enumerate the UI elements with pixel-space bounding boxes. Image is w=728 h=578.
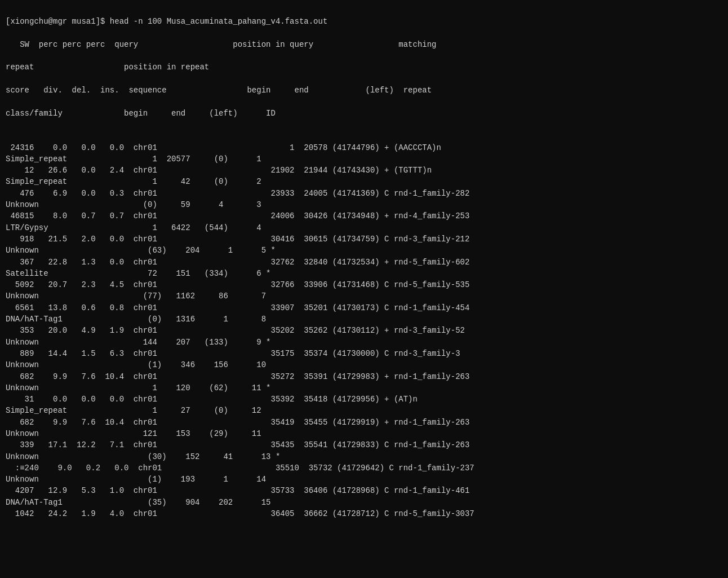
terminal-line: Unknown (30) 152 41 13 *	[6, 452, 280, 461]
terminal-line: 476 6.9 0.0 0.3 chr01 23933 24005 (41741…	[6, 189, 469, 198]
terminal-line: Unknown 121 153 (29) 11	[6, 429, 261, 438]
terminal-line: 12 26.6 0.0 2.4 chr01 21902 21944 (41743…	[6, 166, 432, 175]
terminal-line: Unknown (1) 346 156 10	[6, 360, 266, 369]
terminal-line: DNA/hAT-Tag1 (0) 1316 1 8	[6, 315, 266, 324]
terminal-line: LTR/Gypsy 1 6422 (544) 4	[6, 223, 261, 232]
terminal-line: Unknown 1 120 (62) 11 *	[6, 383, 270, 392]
terminal-line: 24316 0.0 0.0 0.0 chr01 1 20578 (4174479…	[6, 143, 441, 152]
terminal-window: [xiongchu@mgr musa1]$ head -n 100 Musa_a…	[6, 5, 722, 531]
terminal-line: Unknown (1) 193 1 14	[6, 475, 266, 484]
terminal-line: 5092 20.7 2.3 4.5 chr01 32766 33906 (417…	[6, 280, 469, 289]
terminal-line: Unknown (63) 204 1 5 *	[6, 246, 276, 255]
terminal-header3: score div. del. ins. sequence begin end …	[6, 86, 432, 95]
terminal-line: 918 21.5 2.0 0.0 chr01 30416 30615 (4173…	[6, 235, 469, 244]
terminal-header2: repeat position in repeat	[6, 63, 209, 72]
terminal-line: Unknown 144 207 (133) 9 *	[6, 338, 270, 347]
terminal-line: Unknown (0) 59 4 3	[6, 200, 261, 209]
terminal-line: 367 22.8 1.3 0.0 chr01 32762 32840 (4173…	[6, 258, 469, 267]
terminal-prompt: [xiongchu@mgr musa1]$ head -n 100 Musa_a…	[6, 17, 327, 26]
terminal-header1: SW perc perc perc query position in quer…	[6, 40, 437, 49]
terminal-line: Satellite 72 151 (334) 6 *	[6, 269, 270, 278]
terminal-line: :≡240 9.0 0.2 0.0 chr01 35510 35732 (417…	[6, 464, 474, 473]
terminal-line: 889 14.4 1.5 6.3 chr01 35175 35374 (4173…	[6, 349, 460, 358]
terminal-line: Simple_repeat 1 20577 (0) 1	[6, 155, 261, 164]
terminal-line: 6561 13.8 0.6 0.8 chr01 33907 35201 (417…	[6, 303, 469, 312]
terminal-line: 353 20.0 4.9 1.9 chr01 35202 35262 (4173…	[6, 326, 465, 335]
terminal-line: 682 9.9 7.6 10.4 chr01 35272 35391 (4172…	[6, 372, 469, 381]
terminal-output: 24316 0.0 0.0 0.0 chr01 1 20578 (4174479…	[6, 130, 722, 519]
terminal-line: 31 0.0 0.0 0.0 chr01 35392 35418 (417299…	[6, 395, 418, 404]
terminal-header4: class/family begin end (left) ID	[6, 109, 276, 118]
terminal-line: 1042 24.2 1.9 4.0 chr01 36405 36662 (417…	[6, 509, 474, 518]
terminal-line: Simple_repeat 1 42 (0) 2	[6, 177, 261, 186]
terminal-line: DNA/hAT-Tag1 (35) 904 202 15	[6, 498, 270, 507]
terminal-line: 339 17.1 12.2 7.1 chr01 35435 35541 (417…	[6, 440, 469, 449]
terminal-line: Simple_repeat 1 27 (0) 12	[6, 406, 261, 415]
terminal-line: 4207 12.9 5.3 1.0 chr01 35733 36406 (417…	[6, 486, 469, 495]
terminal-line: 46815 8.0 0.7 0.7 chr01 24006 30426 (417…	[6, 211, 469, 220]
terminal-line: 682 9.9 7.6 10.4 chr01 35419 35455 (4172…	[6, 418, 469, 427]
terminal-line: Unknown (77) 1162 86 7	[6, 292, 266, 301]
